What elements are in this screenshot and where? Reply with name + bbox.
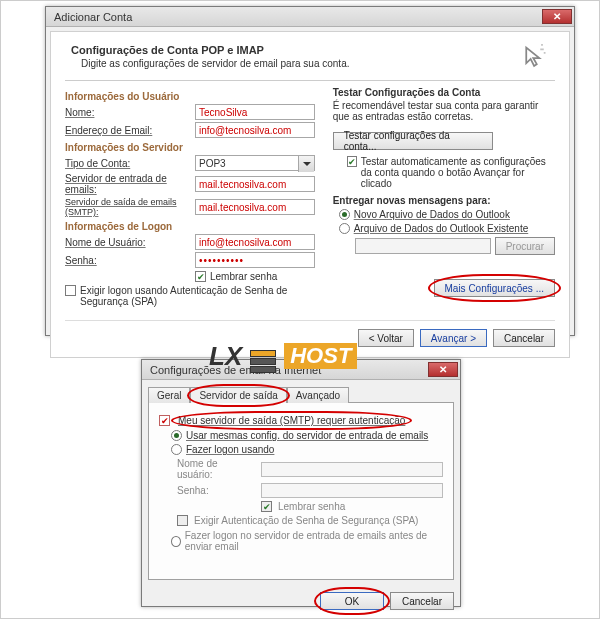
label-incoming: Servidor de entrada de emails: <box>65 173 195 195</box>
label-outgoing: Servidor de saída de emails (SMTP): <box>65 197 195 217</box>
username-input[interactable] <box>261 462 443 477</box>
remember-checkbox[interactable]: ✔ <box>261 501 272 512</box>
logon-using-radio[interactable] <box>171 444 182 455</box>
test-title: Testar Configurações da Conta <box>333 87 555 98</box>
remember-checkbox[interactable]: ✔ <box>195 271 206 282</box>
ok-button[interactable]: OK <box>320 592 384 610</box>
section-server: Informações do Servidor <box>65 142 321 153</box>
remember-label: Lembrar senha <box>278 501 345 512</box>
window-title: Adicionar Conta <box>54 11 132 23</box>
label-password: Senha: <box>65 255 195 266</box>
label-password: Senha: <box>177 485 255 496</box>
label-email: Endereço de Email: <box>65 125 195 136</box>
same-settings-label: Usar mesmas config. do servidor de entra… <box>186 430 428 441</box>
email-settings-dialog: Configurações de email na Internet ✕ Ger… <box>141 359 461 607</box>
label-type: Tipo de Conta: <box>65 158 195 169</box>
test-desc: É recomendável testar sua conta para gar… <box>333 100 555 122</box>
cancel-button[interactable]: Cancelar <box>493 329 555 347</box>
tab-advanced[interactable]: Avançado <box>287 387 349 403</box>
test-settings-button[interactable]: Testar configurações da conta... <box>333 132 493 150</box>
titlebar: Adicionar Conta ✕ <box>46 7 574 27</box>
label-name: Nome: <box>65 107 195 118</box>
header-title: Configurações de Conta POP e IMAP <box>71 44 349 56</box>
email-input[interactable]: info@tecnosilva.com <box>195 122 315 138</box>
existing-datafile-label: Arquivo de Dados do Outlook Existente <box>354 223 529 234</box>
deliver-title: Entregar novas mensagens para: <box>333 195 555 206</box>
auto-test-label: Testar automaticamente as configurações … <box>361 156 555 189</box>
next-button[interactable]: Avançar > <box>420 329 487 347</box>
cancel-button[interactable]: Cancelar <box>390 592 454 610</box>
username-input[interactable]: info@tecnosilva.com <box>195 234 315 250</box>
section-user: Informações do Usuário <box>65 91 321 102</box>
label-username: Nome de Usuário: <box>65 237 195 248</box>
existing-datafile-radio[interactable] <box>339 223 350 234</box>
smtp-auth-checkbox[interactable]: ✔ <box>159 415 170 426</box>
same-settings-radio[interactable] <box>171 430 182 441</box>
account-type-select[interactable]: POP3 <box>195 155 315 171</box>
smtp-auth-label: Meu servidor de saída (SMTP) requer aute… <box>174 414 409 427</box>
lxhost-logo: LX HOST <box>209 334 369 378</box>
spa-checkbox[interactable] <box>65 285 76 296</box>
new-datafile-radio[interactable] <box>339 209 350 220</box>
spa-label: Exigir Autenticação de Senha de Seguranç… <box>194 515 418 526</box>
new-datafile-label: Novo Arquivo de Dados do Outlook <box>354 209 510 220</box>
cursor-icon <box>521 44 549 72</box>
remember-label: Lembrar senha <box>210 271 277 282</box>
chevron-down-icon[interactable] <box>298 156 314 172</box>
more-settings-button[interactable]: Mais Configurações ... <box>434 279 556 297</box>
add-account-dialog: Adicionar Conta ✕ Configurações de Conta… <box>45 6 575 336</box>
password-input[interactable]: •••••••••• <box>195 252 315 268</box>
password-input[interactable] <box>261 483 443 498</box>
close-icon[interactable]: ✕ <box>428 362 458 377</box>
incoming-server-input[interactable]: mail.tecnosilva.com <box>195 176 315 192</box>
tab-outgoing-server[interactable]: Servidor de saída <box>190 387 286 403</box>
tab-general[interactable]: Geral <box>148 387 190 403</box>
name-input[interactable]: TecnoSilva <box>195 104 315 120</box>
outgoing-server-input[interactable]: mail.tecnosilva.com <box>195 199 315 215</box>
section-logon: Informações de Logon <box>65 221 321 232</box>
login-before-send-radio[interactable] <box>171 536 181 547</box>
header-subtitle: Digite as configurações de servidor de e… <box>81 58 349 69</box>
label-username: Nome de usuário: <box>177 458 255 480</box>
spa-label: Exigir logon usando Autenticação de Senh… <box>80 285 310 307</box>
spa-checkbox[interactable] <box>177 515 188 526</box>
logon-using-label: Fazer logon usando <box>186 444 274 455</box>
close-icon[interactable]: ✕ <box>542 9 572 24</box>
login-before-send-label: Fazer logon no servidor de entrada de em… <box>185 530 443 552</box>
auto-test-checkbox[interactable]: ✔ <box>347 156 357 167</box>
browse-button[interactable]: Procurar <box>495 237 555 255</box>
datafile-path-input[interactable] <box>355 238 491 254</box>
